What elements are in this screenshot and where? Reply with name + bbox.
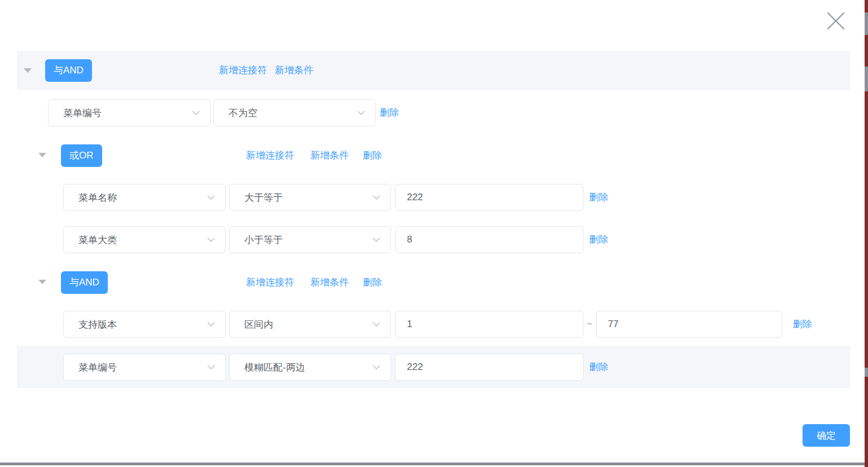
operator-select[interactable]: 区间内 bbox=[229, 311, 391, 338]
operator-select-value: 区间内 bbox=[244, 318, 273, 331]
delete-link[interactable]: 删除 bbox=[589, 226, 608, 253]
add-connector-link[interactable]: 新增连接符 bbox=[246, 271, 294, 294]
add-condition-link[interactable]: 新增条件 bbox=[310, 144, 349, 167]
field-select[interactable]: 菜单编号 bbox=[48, 99, 211, 126]
delete-link[interactable]: 删除 bbox=[589, 354, 608, 381]
value-input[interactable] bbox=[395, 354, 584, 381]
chevron-down-icon bbox=[207, 237, 215, 242]
connector-row-band bbox=[17, 51, 850, 90]
range-min-input[interactable] bbox=[395, 311, 584, 338]
chevron-down-icon bbox=[372, 195, 380, 200]
chevron-down-icon bbox=[372, 237, 380, 242]
field-select[interactable]: 菜单大类 bbox=[63, 226, 226, 253]
field-select-value: 菜单编号 bbox=[78, 361, 117, 374]
window-edge-bottom bbox=[0, 462, 865, 465]
operator-select[interactable]: 不为空 bbox=[213, 99, 376, 126]
field-select[interactable]: 菜单名称 bbox=[63, 184, 226, 211]
field-select[interactable]: 支持版本 bbox=[63, 311, 226, 338]
chevron-down-icon bbox=[192, 111, 200, 115]
operator-select[interactable]: 小于等于 bbox=[229, 226, 391, 253]
collapse-caret-icon[interactable] bbox=[24, 68, 32, 73]
range-separator: ~ bbox=[587, 311, 592, 338]
add-connector-link[interactable]: 新增连接符 bbox=[246, 144, 294, 167]
confirm-button[interactable]: 确定 bbox=[803, 424, 850, 447]
add-connector-link[interactable]: 新增连接符 bbox=[219, 59, 267, 82]
delete-link[interactable]: 删除 bbox=[380, 99, 399, 126]
value-input[interactable] bbox=[395, 226, 584, 253]
field-select-value: 菜单编号 bbox=[63, 107, 102, 120]
window-edge-right bbox=[865, 0, 868, 467]
scrollbar-segment bbox=[865, 368, 868, 377]
close-icon bbox=[824, 9, 848, 33]
chevron-down-icon bbox=[357, 111, 365, 115]
close-button[interactable] bbox=[824, 9, 848, 33]
connector-badge[interactable]: 与AND bbox=[45, 59, 92, 82]
delete-link[interactable]: 删除 bbox=[363, 144, 382, 167]
connector-badge[interactable]: 或OR bbox=[61, 144, 102, 167]
chevron-down-icon bbox=[372, 322, 380, 327]
connector-badge[interactable]: 与AND bbox=[61, 271, 108, 294]
delete-link[interactable]: 删除 bbox=[589, 184, 608, 211]
collapse-caret-icon[interactable] bbox=[38, 153, 46, 157]
condition-builder-dialog: 与AND 新增连接符 新增条件 菜单编号 不为空 删除 或OR 新增连接符 新增… bbox=[0, 0, 868, 467]
chevron-down-icon bbox=[207, 365, 215, 369]
operator-select[interactable]: 模糊匹配-两边 bbox=[229, 354, 391, 381]
operator-select-value: 大于等于 bbox=[244, 191, 283, 204]
field-select-value: 支持版本 bbox=[78, 318, 117, 331]
operator-select[interactable]: 大于等于 bbox=[229, 184, 391, 211]
chevron-down-icon bbox=[207, 322, 215, 327]
field-select-value: 菜单名称 bbox=[78, 191, 117, 204]
operator-select-value: 模糊匹配-两边 bbox=[244, 361, 305, 374]
delete-link[interactable]: 删除 bbox=[793, 311, 812, 338]
delete-link[interactable]: 删除 bbox=[363, 271, 382, 294]
operator-select-value: 不为空 bbox=[229, 107, 257, 120]
scrollbar-segment bbox=[865, 12, 868, 35]
field-select[interactable]: 菜单编号 bbox=[63, 354, 226, 381]
operator-select-value: 小于等于 bbox=[244, 233, 283, 246]
value-input[interactable] bbox=[395, 184, 584, 211]
scrollbar-segment bbox=[865, 67, 868, 91]
chevron-down-icon bbox=[372, 365, 380, 369]
range-max-input[interactable] bbox=[596, 311, 782, 338]
add-condition-link[interactable]: 新增条件 bbox=[275, 59, 313, 82]
collapse-caret-icon[interactable] bbox=[38, 280, 46, 284]
add-condition-link[interactable]: 新增条件 bbox=[310, 271, 349, 294]
field-select-value: 菜单大类 bbox=[78, 233, 117, 246]
chevron-down-icon bbox=[207, 195, 215, 200]
